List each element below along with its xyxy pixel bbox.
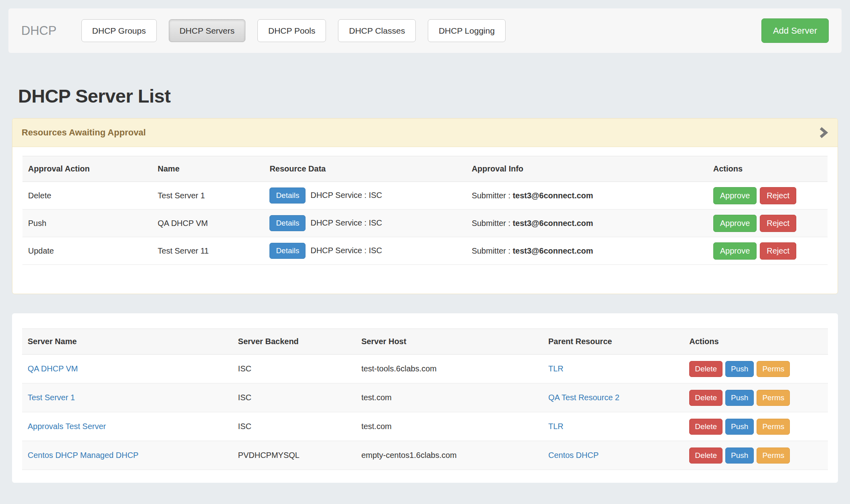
tab-dhcp-logging[interactable]: DHCP Logging [428, 19, 506, 42]
col-server-actions: Actions [684, 329, 828, 355]
approvals-panel-header[interactable]: Resources Awaiting Approval [12, 119, 838, 147]
server-name-cell: QA DHCP VM [22, 355, 233, 383]
parent-resource-cell: TLR [542, 355, 684, 383]
server-backend-cell: ISC [233, 383, 356, 412]
server-row: Approvals Test Server ISC test.com TLR D… [22, 412, 828, 441]
col-name: Name [152, 156, 264, 182]
server-backend-cell: PVDHCPMYSQL [233, 441, 356, 470]
approval-actions-cell: ApproveReject [708, 210, 828, 237]
server-name-link[interactable]: Approvals Test Server [28, 422, 106, 431]
delete-button[interactable]: Delete [689, 361, 722, 377]
server-name-link[interactable]: QA DHCP VM [28, 364, 78, 373]
approve-button[interactable]: Approve [713, 187, 757, 204]
main-content: DHCP Server List Resources Awaiting Appr… [12, 85, 838, 483]
details-button[interactable]: Details [269, 215, 306, 231]
approve-button[interactable]: Approve [713, 215, 757, 232]
approval-row: Push QA DHCP VM DetailsDHCP Service : IS… [22, 210, 828, 237]
add-server-button[interactable]: Add Server [761, 18, 829, 43]
parent-resource-link[interactable]: QA Test Resource 2 [548, 393, 619, 402]
servers-panel: Server Name Server Backend Server Host P… [12, 313, 838, 483]
parent-resource-link[interactable]: Centos DHCP [548, 451, 599, 460]
approval-name-cell: QA DHCP VM [152, 210, 264, 237]
tab-dhcp-pools[interactable]: DHCP Pools [257, 19, 326, 42]
server-name-cell: Centos DHCP Managed DHCP [22, 441, 233, 470]
resource-data-cell: DetailsDHCP Service : ISC [264, 182, 466, 210]
delete-button[interactable]: Delete [689, 419, 722, 435]
servers-panel-body: Server Name Server Backend Server Host P… [12, 313, 838, 483]
server-name-link[interactable]: Centos DHCP Managed DHCP [28, 451, 138, 460]
approve-button[interactable]: Approve [713, 242, 757, 260]
delete-button[interactable]: Delete [689, 448, 722, 464]
parent-resource-cell: TLR [542, 412, 684, 441]
server-host-cell: empty-centos1.6clabs.com [356, 441, 542, 470]
approvals-panel-body: Approval Action Name Resource Data Appro… [12, 147, 838, 294]
col-actions: Actions [708, 156, 828, 182]
parent-resource-link[interactable]: TLR [548, 364, 563, 373]
server-host-cell: test.com [356, 383, 542, 412]
server-row: QA DHCP VM ISC test-tools.6clabs.com TLR… [22, 355, 828, 383]
resource-data-cell: DetailsDHCP Service : ISC [264, 210, 466, 237]
tab-dhcp-classes[interactable]: DHCP Classes [338, 19, 416, 42]
server-actions-cell: DeletePushPerms [684, 383, 828, 412]
col-server-host: Server Host [356, 329, 542, 355]
server-host-cell: test-tools.6clabs.com [356, 355, 542, 383]
push-button[interactable]: Push [725, 390, 754, 406]
submitter-email: test3@6connect.com [513, 246, 593, 255]
parent-resource-cell: Centos DHCP [542, 441, 684, 470]
approval-actions-cell: ApproveReject [708, 182, 828, 210]
details-button[interactable]: Details [269, 243, 306, 259]
approvals-panel: Resources Awaiting Approval Approval Act… [12, 118, 838, 294]
perms-button[interactable]: Perms [757, 448, 790, 464]
approval-info-cell: Submitter : test3@6connect.com [466, 237, 707, 265]
server-actions-cell: DeletePushPerms [684, 441, 828, 470]
tab-dhcp-servers[interactable]: DHCP Servers [169, 19, 245, 42]
server-actions-cell: DeletePushPerms [684, 412, 828, 441]
col-approval-info: Approval Info [466, 156, 707, 182]
server-row: Centos DHCP Managed DHCP PVDHCPMYSQL emp… [22, 441, 828, 470]
dhcp-nav-tabs: DHCP Groups DHCP Servers DHCP Pools DHCP… [81, 19, 506, 42]
approval-info-cell: Submitter : test3@6connect.com [466, 210, 707, 237]
resource-data-cell: DetailsDHCP Service : ISC [264, 237, 466, 265]
servers-header-row: Server Name Server Backend Server Host P… [22, 329, 828, 355]
approval-action-cell: Push [22, 210, 152, 237]
chevron-right-icon[interactable] [818, 125, 828, 140]
submitter-label: Submitter : [472, 246, 512, 255]
col-server-backend: Server Backend [233, 329, 356, 355]
push-button[interactable]: Push [725, 419, 754, 435]
server-host-cell: test.com [356, 412, 542, 441]
col-parent-resource: Parent Resource [542, 329, 684, 355]
tab-dhcp-groups[interactable]: DHCP Groups [81, 19, 157, 42]
parent-resource-cell: QA Test Resource 2 [542, 383, 684, 412]
server-name-link[interactable]: Test Server 1 [28, 393, 75, 402]
servers-table: Server Name Server Backend Server Host P… [22, 329, 828, 470]
dhcp-section-label: DHCP [21, 24, 57, 38]
reject-button[interactable]: Reject [760, 187, 796, 204]
resource-data-text: DHCP Service : ISC [310, 191, 382, 200]
approval-info-cell: Submitter : test3@6connect.com [466, 182, 707, 210]
approval-actions-cell: ApproveReject [708, 237, 828, 265]
reject-button[interactable]: Reject [760, 215, 796, 232]
delete-button[interactable]: Delete [689, 390, 722, 406]
col-resource-data: Resource Data [264, 156, 466, 182]
push-button[interactable]: Push [725, 448, 754, 464]
server-row: Test Server 1 ISC test.com QA Test Resou… [22, 383, 828, 412]
details-button[interactable]: Details [269, 187, 306, 204]
push-button[interactable]: Push [725, 361, 754, 377]
resource-data-text: DHCP Service : ISC [310, 218, 382, 227]
reject-button[interactable]: Reject [760, 242, 796, 260]
col-server-name: Server Name [22, 329, 233, 355]
submitter-email: test3@6connect.com [513, 191, 593, 200]
approval-name-cell: Test Server 11 [152, 237, 264, 265]
perms-button[interactable]: Perms [757, 390, 790, 406]
approval-action-cell: Update [22, 237, 152, 265]
server-actions-cell: DeletePushPerms [684, 355, 828, 383]
submitter-label: Submitter : [472, 219, 512, 228]
page-title: DHCP Server List [12, 85, 838, 107]
server-name-cell: Test Server 1 [22, 383, 233, 412]
perms-button[interactable]: Perms [757, 419, 790, 435]
submitter-email: test3@6connect.com [513, 219, 593, 228]
parent-resource-link[interactable]: TLR [548, 422, 563, 431]
approvals-table: Approval Action Name Resource Data Appro… [22, 156, 828, 265]
perms-button[interactable]: Perms [757, 361, 790, 377]
approvals-header-row: Approval Action Name Resource Data Appro… [22, 156, 828, 182]
